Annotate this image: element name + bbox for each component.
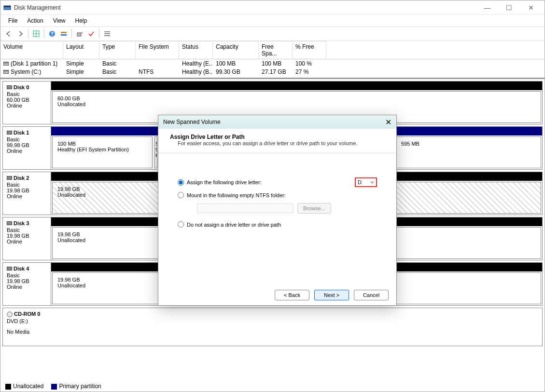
disk-label: Disk 1 Basic 99.98 GB Online xyxy=(3,127,51,169)
svg-rect-9 xyxy=(77,33,81,36)
col-volume[interactable]: Volume xyxy=(0,41,63,59)
folder-input xyxy=(197,203,293,213)
close-button[interactable]: ✕ xyxy=(520,0,542,15)
window-title: Disk Management xyxy=(14,4,61,11)
svg-rect-8 xyxy=(61,34,67,36)
disk-row[interactable]: CD-ROM 0 DVD (E:) No Media xyxy=(2,308,543,346)
dialog-heading: Assign Drive Letter or Path xyxy=(170,134,385,140)
dialog-footer: < Back Next > Cancel xyxy=(158,285,396,305)
table-row[interactable]: System (C:) Simple Basic NTFS Healthy (B… xyxy=(0,68,545,76)
bars-icon[interactable] xyxy=(58,28,69,39)
back-icon[interactable] xyxy=(3,28,14,39)
back-button[interactable]: < Back xyxy=(275,290,309,300)
menubar: File Action View Help xyxy=(0,15,545,27)
table-row[interactable]: (Disk 1 partition 1) Simple Basic Health… xyxy=(0,59,545,68)
col-pct[interactable]: % Free xyxy=(293,41,326,59)
dialog-subtext: For easier access, you can assign a driv… xyxy=(170,140,385,146)
disk-label: Disk 0 Basic 60.00 GB Online xyxy=(3,81,51,124)
assign-letter-radio[interactable] xyxy=(178,179,184,186)
col-type[interactable]: Type xyxy=(99,41,136,59)
grid-icon[interactable] xyxy=(31,28,42,39)
titlebar: Disk Management — ☐ ✕ xyxy=(0,0,545,15)
volume-table-body: (Disk 1 partition 1) Simple Basic Health… xyxy=(0,59,545,76)
volume-icon xyxy=(3,62,9,66)
partition[interactable]: 100 MB Healthy (EFI System Partition) xyxy=(52,136,153,168)
forward-icon[interactable] xyxy=(15,28,26,39)
assign-letter-label: Assign the following drive letter: xyxy=(187,179,352,185)
volume-table-header: Volume Layout Type File System Status Ca… xyxy=(0,41,545,59)
minimize-button[interactable]: — xyxy=(476,0,498,15)
drive-letter-select[interactable]: D xyxy=(355,177,377,187)
dialog-titlebar: New Spanned Volume ✕ xyxy=(158,115,396,129)
cancel-button[interactable]: Cancel xyxy=(354,290,389,300)
col-free[interactable]: Free Spa... xyxy=(259,41,293,59)
menu-action[interactable]: Action xyxy=(22,16,48,26)
mount-folder-label: Mount in the following empty NTFS folder… xyxy=(187,192,286,198)
svg-rect-10 xyxy=(104,31,110,32)
list-icon[interactable] xyxy=(102,28,112,39)
svg-text:?: ? xyxy=(51,31,54,37)
svg-rect-12 xyxy=(104,35,110,36)
action-icon[interactable] xyxy=(74,28,85,39)
dialog-title: New Spanned Volume xyxy=(163,119,221,125)
col-capacity[interactable]: Capacity xyxy=(213,41,259,59)
menu-view[interactable]: View xyxy=(48,16,70,26)
maximize-button[interactable]: ☐ xyxy=(498,0,520,15)
menu-help[interactable]: Help xyxy=(70,16,92,26)
cdrom-icon xyxy=(7,311,13,317)
legend: Unallocated Primary partition xyxy=(5,383,101,390)
partition[interactable]: S 9 H xyxy=(154,136,157,168)
dialog-header: Assign Drive Letter or Path For easier a… xyxy=(158,129,396,153)
menu-file[interactable]: File xyxy=(3,16,22,26)
check-icon[interactable] xyxy=(86,28,97,39)
no-assign-radio[interactable] xyxy=(178,221,184,228)
disk-label: Disk 2 Basic 19.98 GB Online xyxy=(3,172,51,215)
col-status[interactable]: Status xyxy=(179,41,213,59)
disk-label: Disk 4 Basic 19.98 GB Online xyxy=(3,263,51,305)
wizard-dialog: New Spanned Volume ✕ Assign Drive Letter… xyxy=(158,115,397,306)
chevron-down-icon xyxy=(370,180,374,184)
col-layout[interactable]: Layout xyxy=(63,41,99,59)
dialog-body: Assign the following drive letter: D Mou… xyxy=(158,153,396,285)
app-icon xyxy=(3,4,11,12)
next-button[interactable]: Next > xyxy=(314,290,349,300)
disk-label: Disk 3 Basic 19.98 GB Online xyxy=(3,217,51,260)
dialog-close-icon[interactable]: ✕ xyxy=(385,118,391,127)
col-fs[interactable]: File System xyxy=(136,41,179,59)
toolbar: ? xyxy=(0,27,545,41)
svg-rect-11 xyxy=(104,33,110,34)
mount-folder-radio[interactable] xyxy=(178,192,184,198)
browse-button: Browse... xyxy=(297,203,331,214)
volume-icon xyxy=(3,70,9,74)
svg-rect-7 xyxy=(61,32,67,33)
disk-label: CD-ROM 0 DVD (E:) No Media xyxy=(3,308,51,346)
no-assign-label: Do not assign a drive letter or drive pa… xyxy=(187,222,281,228)
help-icon[interactable]: ? xyxy=(47,28,57,39)
svg-rect-1 xyxy=(4,6,11,7)
